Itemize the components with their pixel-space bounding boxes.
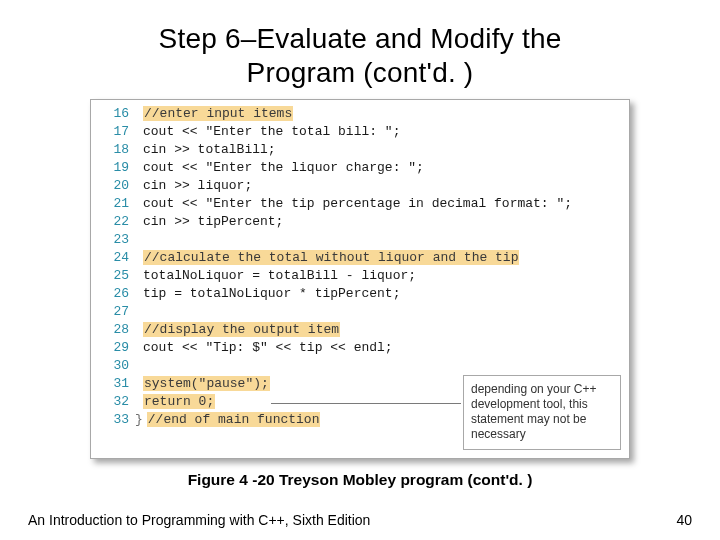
line-number: 29 xyxy=(101,340,129,355)
line-number: 31 xyxy=(101,376,129,391)
code-listing: 16//enter input items 17cout << "Enter t… xyxy=(90,99,630,459)
line-number: 32 xyxy=(101,394,129,409)
callout-connector xyxy=(271,403,461,404)
code-line: totalNoLiquor = totalBill - liquor; xyxy=(129,268,416,283)
line-number: 23 xyxy=(101,232,129,247)
code-line: cout << "Enter the tip percentage in dec… xyxy=(129,196,572,211)
line-number: 28 xyxy=(101,322,129,337)
line-number: 20 xyxy=(101,178,129,193)
code-line: cin >> tipPercent; xyxy=(129,214,283,229)
code-line: cin >> liquor; xyxy=(129,178,252,193)
code-line: cin >> totalBill; xyxy=(129,142,276,157)
line-number: 24 xyxy=(101,250,129,265)
code-line: system("pause"); xyxy=(129,376,270,391)
title-line-1: Step 6–Evaluate and Modify the xyxy=(159,23,562,54)
code-line: //display the output item xyxy=(129,322,340,337)
figure-caption: Figure 4 -20 Treyson Mobley program (con… xyxy=(0,471,720,489)
line-number: 27 xyxy=(101,304,129,319)
line-number: 17 xyxy=(101,124,129,139)
line-number: 22 xyxy=(101,214,129,229)
title-line-2: Program (cont'd. ) xyxy=(247,57,474,88)
line-number: 26 xyxy=(101,286,129,301)
line-number: 16 xyxy=(101,106,129,121)
line-number: 19 xyxy=(101,160,129,175)
footer-page-number: 40 xyxy=(676,512,692,528)
footer: An Introduction to Programming with C++,… xyxy=(28,512,692,528)
code-line: }//end of main function xyxy=(129,412,320,427)
line-number: 18 xyxy=(101,142,129,157)
footer-book-title: An Introduction to Programming with C++,… xyxy=(28,512,370,528)
line-number: 25 xyxy=(101,268,129,283)
slide-page: Step 6–Evaluate and Modify the Program (… xyxy=(0,0,720,540)
callout-note: depending on your C++ development tool, … xyxy=(463,375,621,450)
code-line: cout << "Enter the liquor charge: "; xyxy=(129,160,424,175)
code-line: cout << "Enter the total bill: "; xyxy=(129,124,400,139)
code-line: cout << "Tip: $" << tip << endl; xyxy=(129,340,393,355)
line-number: 33 xyxy=(101,412,129,427)
closing-brace: } xyxy=(135,412,147,427)
code-line: //enter input items xyxy=(129,106,293,121)
line-number: 21 xyxy=(101,196,129,211)
code-line: return 0; xyxy=(129,394,215,409)
line-number: 30 xyxy=(101,358,129,373)
code-line: //calculate the total without liquor and… xyxy=(129,250,519,265)
slide-title: Step 6–Evaluate and Modify the Program (… xyxy=(0,22,720,89)
code-line: tip = totalNoLiquor * tipPercent; xyxy=(129,286,400,301)
